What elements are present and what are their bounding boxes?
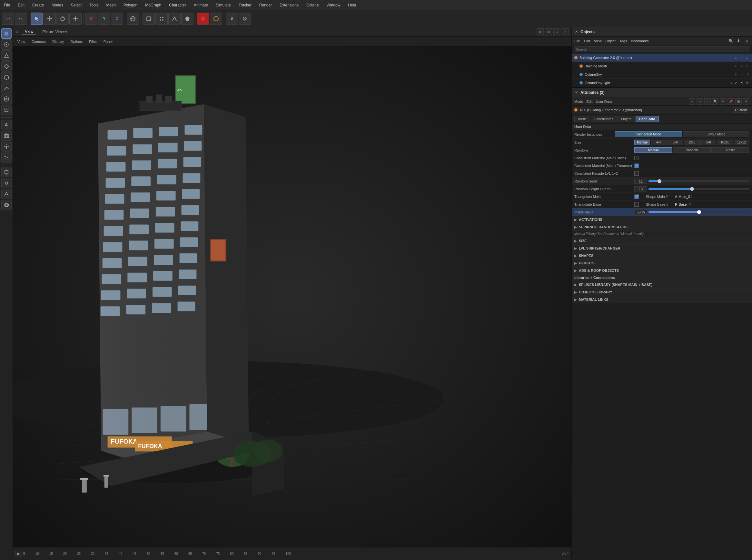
scale-tool-button[interactable] xyxy=(69,13,82,25)
objects-panel-close[interactable]: ✕ xyxy=(575,29,578,34)
nurbs-icon[interactable] xyxy=(1,94,12,104)
size-btn-10x10[interactable]: 10x10 xyxy=(717,140,733,145)
viewport-icon-2[interactable]: ⊟ xyxy=(545,28,552,36)
paint-mode-icon[interactable] xyxy=(1,39,12,49)
obj-icon-2-moon[interactable]: ☽ xyxy=(745,72,749,77)
camera-icon[interactable] xyxy=(1,131,12,141)
attr-nav-up[interactable]: ↑ xyxy=(704,98,711,105)
viewport-icon-4[interactable]: ↗ xyxy=(562,28,569,36)
inside-value-pct[interactable]: 50 % xyxy=(634,209,647,215)
y-axis-button[interactable]: Y xyxy=(98,13,110,25)
heights-header[interactable]: ▶ HEIGHTS xyxy=(572,260,752,267)
menu-tools[interactable]: Tools xyxy=(88,2,100,8)
attr-custom-dropdown[interactable]: Custom xyxy=(733,107,749,113)
viewport-icon-1[interactable]: ⊞ xyxy=(537,28,544,36)
obj-icon-3-sun[interactable]: ☀ xyxy=(739,81,744,85)
menu-file[interactable]: File xyxy=(3,2,11,8)
undo-button[interactable]: ↩ xyxy=(2,13,14,25)
motion-mode-icon[interactable] xyxy=(1,61,12,72)
size-btn-6x6[interactable]: 6x6 xyxy=(668,140,683,145)
inside-value-slider[interactable] xyxy=(649,211,749,213)
size-btn-manual[interactable]: Manual xyxy=(634,140,650,145)
tab-basic[interactable]: Basic xyxy=(574,116,590,122)
obj-icon-1-check[interactable]: ✓ xyxy=(739,64,744,68)
menu-window[interactable]: Window xyxy=(325,2,342,8)
object-mode-button[interactable] xyxy=(142,13,155,25)
connection-mode-btn[interactable]: Connection Mode xyxy=(615,131,682,137)
viewport-canvas[interactable]: FUFOKA FUFOKA AD xyxy=(13,46,571,547)
random-seed-value[interactable]: 11 xyxy=(634,179,647,184)
obj-icon-2-0[interactable]: □ xyxy=(734,72,738,77)
motion-tracker-icon[interactable] xyxy=(1,189,12,199)
attr-nav-list[interactable]: ≡ xyxy=(720,98,726,105)
menu-select[interactable]: Select xyxy=(70,2,83,8)
field-icon[interactable] xyxy=(1,200,12,210)
attr-nav-expand[interactable]: ⊞ xyxy=(735,98,742,105)
triangulate-main-checkbox[interactable]: ✓ xyxy=(634,194,639,199)
size-section-header[interactable]: ▶ SIZE xyxy=(572,237,752,244)
menu-edit[interactable]: Edit xyxy=(17,2,26,8)
shapes-header[interactable]: ▶ SHAPES xyxy=(572,252,752,259)
attributes-panel-close[interactable]: ✕ xyxy=(575,90,578,95)
attr-nav-close[interactable]: ✕ xyxy=(743,98,749,105)
world-space-button[interactable] xyxy=(127,13,139,25)
obj-menu-tags[interactable]: Tags xyxy=(619,39,627,43)
obj-menu-view[interactable]: View xyxy=(594,39,602,43)
attr-nav-back[interactable]: ← xyxy=(689,98,695,105)
edge-mode-button[interactable] xyxy=(168,13,181,25)
obj-search-icon[interactable]: 🔍 xyxy=(728,38,734,44)
consistent-main-entrance-checkbox[interactable]: ✓ xyxy=(634,163,639,168)
consistent-main-base-checkbox[interactable] xyxy=(634,156,639,160)
obj-filter-icon[interactable]: ⬇ xyxy=(735,38,742,44)
random-btn-random[interactable]: Random xyxy=(673,147,711,153)
obj-icon-1-0[interactable]: □ xyxy=(734,64,738,68)
point-mode-button[interactable] xyxy=(155,13,168,25)
obj-more-icon[interactable]: ⊞ xyxy=(743,38,749,44)
text-icon[interactable]: A xyxy=(1,120,12,130)
sculpt-mode-icon[interactable] xyxy=(1,50,12,61)
obj-menu-object[interactable]: Object xyxy=(605,39,616,43)
random-height-value[interactable]: 13 xyxy=(634,186,647,192)
separate-random-seeds-header[interactable]: ▶ SEPARATE RANDOM SEEDS xyxy=(572,223,752,231)
random-height-slider[interactable] xyxy=(649,188,749,190)
attr-nav-forward[interactable]: → xyxy=(696,98,703,105)
rotate-tool-button[interactable] xyxy=(56,13,69,25)
light-icon[interactable] xyxy=(1,142,12,152)
size-btn-12x12[interactable]: 12x12 xyxy=(734,140,749,145)
obj-icon-3-0[interactable]: □ xyxy=(729,81,733,85)
menu-simulate[interactable]: Simulate xyxy=(214,2,232,8)
snap-icon[interactable] xyxy=(1,178,12,188)
vp-menu-display[interactable]: Display xyxy=(50,39,66,44)
boole-button[interactable]: B xyxy=(226,13,238,25)
deformer-icon[interactable] xyxy=(1,105,12,115)
activations-header[interactable]: ▶ ACTIVATIONS xyxy=(572,216,752,223)
attr-menu-user-data[interactable]: User Data xyxy=(596,100,612,103)
model-mode-icon[interactable] xyxy=(1,28,12,39)
object-item-building-generator[interactable]: Building Generator 2.0 @florenoir □ ○ □ xyxy=(572,54,752,62)
consistent-facade-checkbox[interactable] xyxy=(634,171,639,176)
menu-polygon[interactable]: Polygon xyxy=(122,2,139,8)
tab-coordinates[interactable]: Coordinates xyxy=(591,116,617,122)
vp-menu-view[interactable]: View xyxy=(16,39,27,44)
menu-animate[interactable]: Animate xyxy=(193,2,209,8)
spline-icon[interactable] xyxy=(1,83,12,94)
hamburger-menu[interactable]: ≡ xyxy=(16,29,18,35)
random-btn-reset[interactable]: Reset xyxy=(711,147,749,153)
menu-extensions[interactable]: Extensions xyxy=(278,2,300,8)
size-btn-8x8[interactable]: 8x8 xyxy=(700,140,716,145)
obj-icon-3-gear[interactable]: ⚙ xyxy=(745,81,749,85)
size-btn-12x6[interactable]: 12x6 xyxy=(684,140,700,145)
tab-user-data[interactable]: User Data xyxy=(636,116,659,122)
polygon-mode-button[interactable] xyxy=(181,13,194,25)
vp-menu-options[interactable]: Options xyxy=(68,39,84,44)
null-button[interactable] xyxy=(239,13,251,25)
menu-mesh[interactable]: Mesh xyxy=(105,2,117,8)
material-links-header[interactable]: ▶ MATERIAL LINKS xyxy=(572,296,752,303)
object-item-octane-sky[interactable]: OctaneSky □ ○ ☽ xyxy=(572,70,752,79)
select-tool-button[interactable] xyxy=(31,13,43,25)
menu-tracker[interactable]: Tracker xyxy=(237,2,253,8)
menu-octane[interactable]: Octane xyxy=(305,2,320,8)
object-item-octane-daylight[interactable]: OctaneDayLight □ ✓ ☀ ⚙ xyxy=(572,79,752,87)
obj-icon-0-2[interactable]: □ xyxy=(745,56,749,60)
redo-button[interactable]: ↪ xyxy=(15,13,27,25)
